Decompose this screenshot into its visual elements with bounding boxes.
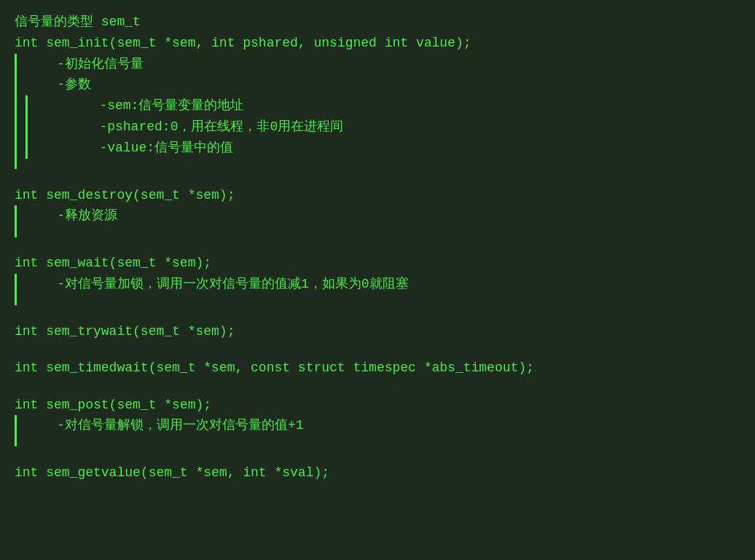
sem-getvalue-section: int sem_getvalue(sem_t *sem, int *sval);	[15, 462, 740, 484]
sem-wait-spacer	[26, 295, 740, 305]
gap-6	[15, 446, 740, 462]
gap-5	[15, 379, 740, 395]
sem-post-vertical-bar	[15, 415, 17, 446]
sem-init-param-pshared-text: -pshared:0，用在线程，非0用在进程间	[36, 117, 343, 138]
sem-wait-vertical-bar	[15, 274, 17, 305]
sem-post-comment: -对信号量解锁，调用一次对信号量的值+1	[26, 415, 740, 436]
sem-init-param-sem-text: -sem:信号量变量的地址	[36, 95, 243, 117]
sem-init-bar-block: -初始化信号量 -参数 -sem:信号量变量的地址 -pshared:0，用在线…	[15, 54, 740, 169]
sem-trywait-signature-line: int sem_trywait(sem_t *sem);	[15, 321, 740, 342]
sem-destroy-signature-line: int sem_destroy(sem_t *sem);	[15, 185, 740, 206]
sem-timedwait-section: int sem_timedwait(sem_t *sem, const stru…	[15, 358, 740, 379]
title-line: 信号量的类型 sem_t	[15, 12, 740, 33]
code-block: 信号量的类型 sem_t int sem_init(sem_t *sem, in…	[15, 12, 740, 484]
sem-post-section: int sem_post(sem_t *sem); -对信号量解锁，调用一次对信…	[15, 395, 740, 447]
sem-trywait-signature: int sem_trywait(sem_t *sem);	[15, 321, 235, 342]
sem-wait-bar-content: -对信号量加锁，调用一次对信号量的值减1，如果为0就阻塞	[26, 274, 740, 305]
sem-init-comment-params-text: -参数	[26, 74, 91, 95]
sem-init-nested-content: -sem:信号量变量的地址 -pshared:0，用在线程，非0用在进程间 -v…	[36, 95, 740, 158]
sem-destroy-comment: -释放资源	[26, 205, 740, 226]
sem-destroy-signature: int sem_destroy(sem_t *sem);	[15, 185, 235, 206]
sem-destroy-section: int sem_destroy(sem_t *sem); -释放资源	[15, 185, 740, 237]
sem-init-param-value: -value:信号量中的值	[36, 138, 740, 159]
sem-wait-comment: -对信号量加锁，调用一次对信号量的值减1，如果为0就阻塞	[26, 274, 740, 295]
sem-post-signature-line: int sem_post(sem_t *sem);	[15, 395, 740, 416]
sem-trywait-section: int sem_trywait(sem_t *sem);	[15, 321, 740, 342]
sem-destroy-comment-text: -释放资源	[26, 205, 117, 226]
sem-init-signature: int sem_init(sem_t *sem, int pshared, un…	[15, 33, 472, 54]
sem-wait-bar-block: -对信号量加锁，调用一次对信号量的值减1，如果为0就阻塞	[15, 274, 740, 305]
sem-post-spacer	[26, 436, 740, 446]
sem-init-param-sem: -sem:信号量变量的地址	[36, 95, 740, 117]
sem-post-comment-text: -对信号量解锁，调用一次对信号量的值+1	[26, 415, 304, 436]
sem-post-bar-content: -对信号量解锁，调用一次对信号量的值+1	[26, 415, 740, 446]
sem-init-vertical-bar	[15, 54, 17, 169]
sem-init-comment-params: -参数	[26, 74, 740, 95]
sem-init-param-value-text: -value:信号量中的值	[36, 138, 233, 159]
sem-init-signature-line: int sem_init(sem_t *sem, int pshared, un…	[15, 33, 740, 54]
gap-4	[15, 342, 740, 358]
sem-init-bar-content: -初始化信号量 -参数 -sem:信号量变量的地址 -pshared:0，用在线…	[26, 54, 740, 169]
sem-wait-section: int sem_wait(sem_t *sem); -对信号量加锁，调用一次对信…	[15, 253, 740, 305]
sem-wait-signature-line: int sem_wait(sem_t *sem);	[15, 253, 740, 274]
sem-getvalue-signature: int sem_getvalue(sem_t *sem, int *sval);	[15, 462, 329, 484]
sem-destroy-vertical-bar	[15, 205, 17, 237]
sem-init-comment-init-text: -初始化信号量	[26, 54, 144, 75]
sem-init-nested-bar: -sem:信号量变量的地址 -pshared:0，用在线程，非0用在进程间 -v…	[26, 95, 740, 158]
sem-post-signature: int sem_post(sem_t *sem);	[15, 395, 211, 416]
sem-init-inner-bar	[26, 95, 28, 158]
sem-init-comment-init: -初始化信号量	[26, 54, 740, 75]
gap-1	[15, 169, 740, 185]
sem-wait-signature: int sem_wait(sem_t *sem);	[15, 253, 211, 274]
sem-timedwait-signature-line: int sem_timedwait(sem_t *sem, const stru…	[15, 358, 740, 379]
sem-getvalue-signature-line: int sem_getvalue(sem_t *sem, int *sval);	[15, 462, 740, 484]
sem-destroy-bar-block: -释放资源	[15, 205, 740, 237]
sem-destroy-bar-content: -释放资源	[26, 205, 740, 237]
title-text: 信号量的类型 sem_t	[15, 12, 141, 33]
sem-timedwait-signature: int sem_timedwait(sem_t *sem, const stru…	[15, 358, 534, 379]
sem-init-section: int sem_init(sem_t *sem, int pshared, un…	[15, 33, 740, 169]
sem-wait-comment-text: -对信号量加锁，调用一次对信号量的值减1，如果为0就阻塞	[26, 274, 409, 295]
gap-3	[15, 305, 740, 321]
sem-post-bar-block: -对信号量解锁，调用一次对信号量的值+1	[15, 415, 740, 446]
sem-destroy-spacer	[26, 226, 740, 237]
sem-init-param-pshared: -pshared:0，用在线程，非0用在进程间	[36, 117, 740, 138]
sem-init-spacer	[26, 159, 740, 169]
gap-2	[15, 237, 740, 253]
